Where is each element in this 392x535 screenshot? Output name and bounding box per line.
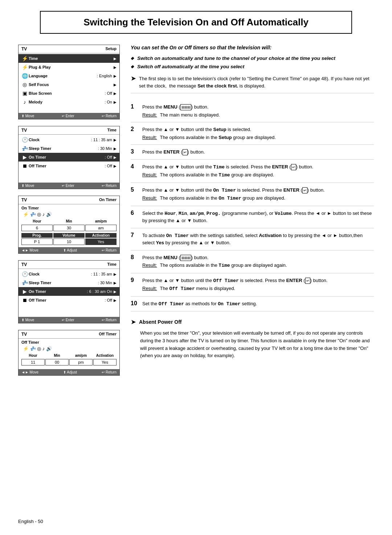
step-num-10: 10 bbox=[131, 300, 138, 307]
bullet-1: Switch on automatically and tune to the … bbox=[131, 56, 374, 61]
menu-row-clock2: 🕐 Clock : 11 : 35 am ▶ bbox=[19, 270, 119, 278]
on-timer-hour: 6 bbox=[21, 225, 53, 231]
off-timer-hour: 11 bbox=[21, 359, 45, 365]
off-col-ampm: am/pm bbox=[69, 354, 93, 358]
menu-row-offtimer: ⏹ Off Timer : Off ▶ bbox=[19, 162, 119, 170]
menu-row-sleep: 💤 Sleep Timer : 30 Min ▶ bbox=[19, 144, 119, 153]
on-timer-body: On Timer ⚡ 💤 ◎ ♪ 🔊 Hour Min am/pm 6 30 a… bbox=[19, 204, 119, 247]
menu-header-time2: TV Time bbox=[19, 261, 119, 269]
off-timer-grid-headers: Hour Min am/pm Activation bbox=[21, 354, 117, 358]
bullet-2: Switch off automatically at the time you… bbox=[131, 64, 374, 69]
on-timer-prog-headers: Prog. Volume Activation bbox=[21, 233, 117, 238]
step-9: 9 Press the ▲ or ▼ button until the Off … bbox=[131, 273, 374, 297]
step-num-8: 8 bbox=[131, 254, 138, 261]
icon-language: 🌐 bbox=[21, 73, 29, 79]
result-label-8: Result: bbox=[142, 262, 157, 269]
note-arrow-icon: ➤ bbox=[131, 74, 136, 82]
content-row: TV Setup ⚡ Time ▶ ⚡ Plug & Play ▶ bbox=[18, 45, 374, 382]
icon-clock: 🕐 bbox=[21, 136, 29, 143]
off-timer-body: Off Timer ⚡ 💤 ◎ ♪ 🔊 Hour Min am/pm Activ… bbox=[19, 339, 119, 369]
menu-row-bluescreen: ▣ Blue Screen : Off ▶ bbox=[19, 89, 119, 98]
menu-footer-time2: ⬆ Move ↵ Enter ↩ Return bbox=[19, 317, 119, 323]
footer-enter-2: ↵ Enter bbox=[62, 184, 74, 188]
col-header-hour: Hour bbox=[21, 219, 53, 223]
icon-sleep2: 💤 bbox=[21, 279, 29, 286]
off-timer-ampm: pm bbox=[69, 359, 93, 365]
menu-footer-setup: ⬆ Move ↵ Enter ↩ Return bbox=[19, 113, 119, 119]
tv-label-3: TV bbox=[21, 197, 27, 203]
menu-footer-offtimer: ◄► Move ⬆ Adjust ↩ Return bbox=[19, 369, 119, 375]
section-label-setup: Setup bbox=[105, 46, 117, 52]
on-timer-grid-values: 6 30 am bbox=[21, 225, 117, 231]
menu-header-ontimer: TV On Timer bbox=[19, 196, 119, 204]
section-label-ontimer: On Timer bbox=[99, 197, 117, 203]
icon-on2: ▶ bbox=[21, 288, 29, 295]
page-container: Switching the Television On and Off Auto… bbox=[0, 0, 392, 535]
step-9-result: Result: The Off Timer menu is displayed. bbox=[142, 285, 374, 293]
menu-body-time: 🕐 Clock : 11 : 35 am ▶ 💤 Sleep Timer : 3… bbox=[19, 135, 119, 183]
absent-arrow-icon: ➤ bbox=[131, 318, 136, 326]
clock-msg: Set the clock first. bbox=[197, 83, 238, 89]
icon-off: ⏹ bbox=[21, 163, 29, 169]
menu-row-plug: ⚡ Plug & Play ▶ bbox=[19, 63, 119, 72]
icon-row-ontimer: ⚡ 💤 ◎ ♪ 🔊 bbox=[23, 212, 52, 217]
footer-enter: ↵ Enter bbox=[62, 114, 74, 118]
prog-header-prog: Prog. bbox=[21, 233, 53, 238]
menu-header-setup: TV Setup bbox=[19, 45, 119, 53]
step-3: 3 Press the ENTER (↵) button. bbox=[131, 145, 374, 160]
step-4-result: Result: The options available in the Tim… bbox=[142, 171, 374, 179]
off-col-activation: Activation bbox=[93, 354, 117, 358]
bullet-list: Switch on automatically and tune to the … bbox=[131, 56, 374, 69]
menu-header-time: TV Time bbox=[19, 126, 119, 135]
step-content-2: Press the ▲ or ▼ button until the Setup … bbox=[142, 126, 374, 141]
prog-header-activation: Activation bbox=[85, 233, 117, 238]
step-8-result: Result: The options available in the Tim… bbox=[142, 262, 374, 269]
absent-header: ➤ Absent Power Off bbox=[131, 318, 374, 326]
step-7: 7 To activate On Timer with the settings… bbox=[131, 228, 374, 250]
step-content-7: To activate On Timer with the settings s… bbox=[142, 232, 374, 246]
step-6: 6 Select the Hour, Min, am/pm, Prog. (pr… bbox=[131, 206, 374, 228]
footer-move-4: ⬆ Move bbox=[21, 318, 34, 322]
step-num-5: 5 bbox=[131, 187, 138, 193]
tv-menu-time2: TV Time 🕐 Clock : 11 : 35 am ▶ 💤 Sleep T… bbox=[18, 260, 120, 323]
tv-label: TV bbox=[21, 46, 27, 52]
on-timer-prog: P 1 bbox=[21, 238, 53, 245]
result-text-9: The Off Timer menu is displayed. bbox=[160, 285, 235, 293]
step-1: 1 Press the MENU (⊞⊞⊞) button. Result: T… bbox=[131, 100, 374, 122]
left-col: TV Setup ⚡ Time ▶ ⚡ Plug & Play ▶ bbox=[18, 45, 120, 382]
footer-return-5: ↩ Return bbox=[102, 370, 117, 374]
tv-menu-ontimer: TV On Timer On Timer ⚡ 💤 ◎ ♪ 🔊 Hour Min … bbox=[18, 196, 120, 254]
menu-row-clock: 🕐 Clock : 11 : 35 am ▶ bbox=[19, 135, 119, 144]
step-num-3: 3 bbox=[131, 148, 138, 155]
step-5: 5 Press the ▲ or ▼ button until the On T… bbox=[131, 183, 374, 206]
footer-return-3: ↩ Return bbox=[102, 248, 117, 252]
step-num-4: 4 bbox=[131, 163, 138, 170]
section-label-offtimer: Off Timer bbox=[99, 332, 117, 337]
menu-body-setup: ⚡ Time ▶ ⚡ Plug & Play ▶ 🌐 Language : En… bbox=[19, 53, 119, 113]
menu-row-language: 🌐 Language : English ▶ bbox=[19, 72, 119, 80]
result-text-8: The options available in the Time group … bbox=[160, 262, 287, 269]
prog-header-volume: Volume bbox=[53, 233, 85, 238]
section-label-time: Time bbox=[107, 128, 117, 133]
absent-title: Absent Power Off bbox=[139, 319, 181, 325]
right-col: You can set the On or Off timers so that… bbox=[131, 45, 374, 360]
step-content-6: Select the Hour, Min, am/pm, Prog. (prog… bbox=[142, 210, 374, 224]
icon-time: ⚡ bbox=[21, 55, 29, 62]
step-1-result: Result: The main menu is displayed. bbox=[142, 111, 374, 119]
result-label-2: Result: bbox=[142, 134, 157, 141]
footer-text: English - 50 bbox=[18, 519, 43, 524]
step-content-8: Press the MENU (⊞⊞⊞) button. Result: The… bbox=[142, 254, 374, 269]
icon-melody: ♪ bbox=[21, 99, 29, 105]
step-4: 4 Press the ▲ or ▼ button until the Time… bbox=[131, 160, 374, 183]
off-timer-grid-values: 11 00 pm Yes bbox=[21, 359, 117, 365]
menu-row-ontimer2: ▶ On Timer : 6 : 30 am On ▶ bbox=[19, 287, 119, 296]
step-5-result: Result: The options available in the On … bbox=[142, 195, 374, 202]
step-content-1: Press the MENU (⊞⊞⊞) button. Result: The… bbox=[142, 103, 374, 118]
tv-menu-time: TV Time 🕐 Clock : 11 : 35 am ▶ 💤 Sleep T… bbox=[18, 126, 120, 189]
step-num-2: 2 bbox=[131, 126, 138, 132]
step-content-9: Press the ▲ or ▼ button until the Off Ti… bbox=[142, 277, 374, 293]
menu-header-offtimer: TV Off Timer bbox=[19, 330, 119, 339]
step-content-5: Press the ▲ or ▼ button until the On Tim… bbox=[142, 187, 374, 202]
result-text-4: The options available in the Time group … bbox=[160, 171, 274, 179]
step-2: 2 Press the ▲ or ▼ button until the Setu… bbox=[131, 122, 374, 145]
